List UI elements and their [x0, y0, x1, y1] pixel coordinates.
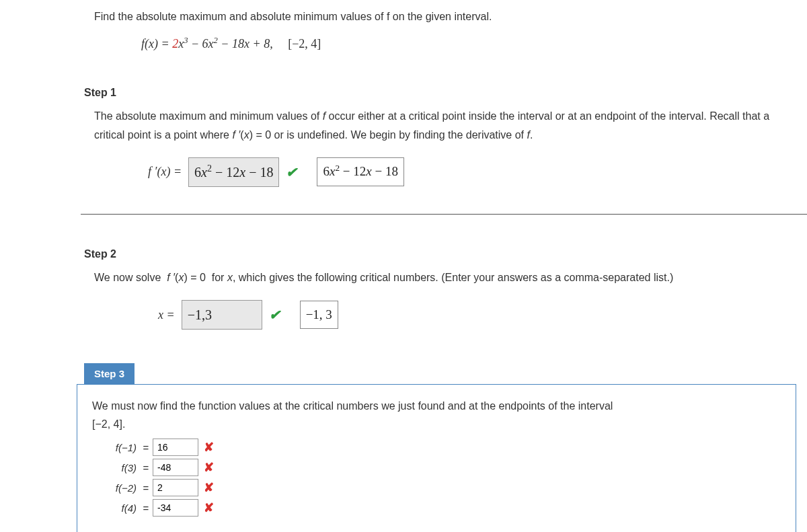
step-3-tab: Step 3: [84, 363, 134, 384]
step-1: Step 1 The absolute maximum and minimum …: [0, 87, 807, 186]
value-input[interactable]: [153, 479, 198, 496]
table-row: f(3) = ✘: [92, 459, 781, 476]
x-equals: x =: [158, 305, 175, 326]
derivative-hint-box: 6x2 − 12x − 18: [317, 157, 404, 186]
step-2: Step 2 We now solve f ′(x) = 0 for x, wh…: [0, 248, 807, 330]
table-row: f(−1) = ✘: [92, 439, 781, 456]
check-icon: ✔: [286, 161, 297, 184]
table-row: f(4) = ✘: [92, 499, 781, 517]
problem-statement: Find the absolute maximum and absolute m…: [0, 8, 807, 53]
equals-sign: =: [139, 502, 153, 514]
equals-sign: =: [139, 482, 153, 494]
wrong-icon: ✘: [204, 480, 214, 495]
equals-sign: =: [139, 442, 153, 453]
critical-numbers-equation: x = −1,3 ✔ −1, 3: [94, 300, 787, 330]
critical-numbers-answer-box[interactable]: −1,3: [182, 300, 262, 330]
lhs-label: f(4): [92, 502, 139, 514]
divider: [81, 214, 807, 215]
wrong-icon: ✘: [204, 440, 214, 455]
step-1-text: The absolute maximum and minimum values …: [94, 110, 769, 140]
derivative-answer-box[interactable]: 6x2 − 12x − 18: [188, 157, 279, 187]
step-3-text: We must now find the function values at …: [92, 397, 781, 433]
step-2-title: Step 2: [84, 248, 787, 260]
value-input[interactable]: [153, 459, 198, 476]
equals-sign: =: [139, 462, 153, 473]
function-values-table: f(−1) = ✘ f(3) = ✘ f(−2) = ✘: [92, 439, 781, 517]
step-3-body-a: We must now find the function values at …: [92, 400, 613, 412]
lhs-label: f(−2): [92, 482, 139, 494]
critical-numbers-hint-box: −1, 3: [300, 301, 338, 329]
step-1-body: The absolute maximum and minimum values …: [84, 107, 787, 186]
lhs-label: f(3): [92, 462, 139, 473]
leading-coefficient: 2: [172, 37, 178, 50]
value-input[interactable]: [153, 439, 198, 456]
check-icon: ✔: [269, 303, 280, 326]
value-input[interactable]: [153, 499, 198, 517]
page: Find the absolute maximum and absolute m…: [0, 0, 807, 532]
step-3: Step 3 We must now find the function val…: [0, 363, 807, 532]
step-3-interval: [−2, 4].: [92, 418, 125, 430]
step-2-text: We now solve f ′(x) = 0 for x, which giv…: [94, 272, 673, 283]
wrong-icon: ✘: [204, 500, 214, 515]
wrong-icon: ✘: [204, 460, 214, 475]
step-2-body: We now solve f ′(x) = 0 for x, which giv…: [84, 268, 787, 330]
lhs-label: f(−1): [92, 442, 139, 453]
prompt-text: Find the absolute maximum and absolute m…: [94, 11, 492, 22]
derivative-lhs: f ′(x) =: [148, 161, 182, 182]
derivative-equation: f ′(x) = 6x2 − 12x − 18 ✔ 6x2 − 12x − 18: [94, 157, 787, 187]
func-lhs: f(x) =: [141, 37, 172, 50]
func-rest: x3 − 6x2 − 18x + 8,: [178, 37, 273, 50]
step-3-panel: We must now find the function values at …: [77, 384, 796, 532]
function-definition: f(x) = 2x3 − 6x2 − 18x + 8, [−2, 4]: [94, 34, 787, 54]
interval-text: [−2, 4]: [288, 37, 321, 50]
step-1-title: Step 1: [84, 87, 787, 99]
table-row: f(−2) = ✘: [92, 479, 781, 496]
